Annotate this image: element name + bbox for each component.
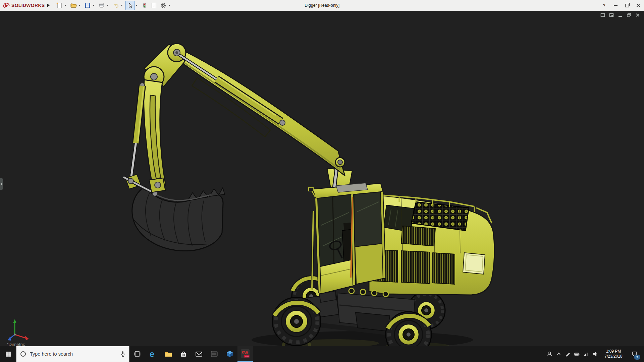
- brand-text: SOLIDWORKS: [11, 3, 45, 8]
- document-close-button[interactable]: [635, 12, 641, 18]
- solidworks-window: SOLIDWORKS: [0, 0, 644, 362]
- new-document-dropdown-chevron-icon[interactable]: [64, 5, 66, 6]
- people-icon: [547, 351, 553, 357]
- document-minimize-button[interactable]: [617, 12, 623, 18]
- options-dropdown-chevron-icon[interactable]: [168, 5, 170, 6]
- cube-app-button[interactable]: [222, 346, 237, 362]
- notification-badge: 3: [634, 355, 640, 360]
- select-dropdown-chevron-icon[interactable]: [136, 5, 138, 6]
- titlebar: SOLIDWORKS: [0, 0, 644, 11]
- dark-app-button[interactable]: [207, 346, 222, 362]
- save-button[interactable]: [83, 1, 92, 10]
- select-button[interactable]: [125, 1, 135, 10]
- cortana-icon: [20, 351, 26, 357]
- solidworks-logo: SOLIDWORKS: [3, 2, 45, 9]
- bucket[interactable]: [132, 187, 225, 251]
- svg-text:e: e: [150, 350, 154, 358]
- start-button[interactable]: [0, 346, 16, 362]
- document-window-controls: [600, 12, 641, 18]
- file-explorer-icon: [164, 350, 172, 358]
- document-window-button[interactable]: [600, 12, 606, 18]
- edge-icon: e: [148, 350, 157, 358]
- taskbar: e: [0, 346, 644, 362]
- open-icon: [70, 2, 77, 9]
- boom-assembly[interactable]: [144, 44, 352, 198]
- close-button[interactable]: [633, 0, 644, 11]
- document-new-window-button[interactable]: [608, 12, 614, 18]
- document-restore-icon: [626, 12, 632, 18]
- restore-button[interactable]: [621, 0, 633, 11]
- options-button[interactable]: [159, 1, 168, 10]
- clock-date: 7/23/2018: [601, 354, 626, 359]
- open-button[interactable]: [69, 1, 78, 10]
- new-document-icon: [56, 2, 63, 9]
- people-button[interactable]: [545, 346, 554, 362]
- tray-overflow-button[interactable]: [554, 346, 563, 362]
- clock-time: 1:09 PM: [601, 349, 626, 354]
- cube-app-icon: [226, 350, 234, 358]
- file-explorer-button[interactable]: [160, 346, 176, 362]
- mail-button[interactable]: [191, 346, 207, 362]
- feature-tree-flyout-tab[interactable]: [0, 178, 3, 190]
- select-arrow-icon: [127, 2, 133, 9]
- orientation-triad: [5, 317, 32, 344]
- options-gear-icon: [160, 2, 167, 9]
- taskbar-clock[interactable]: 1:09 PM 7/23/2018: [599, 349, 628, 359]
- microphone-icon[interactable]: [120, 351, 126, 357]
- save-dropdown-chevron-icon[interactable]: [93, 5, 95, 6]
- document-restore-button[interactable]: [626, 12, 632, 18]
- new-document-button[interactable]: [55, 1, 64, 10]
- network-status-button[interactable]: [581, 346, 590, 362]
- mail-icon: [195, 350, 203, 358]
- task-view-icon: [133, 350, 141, 358]
- digger-model[interactable]: [0, 11, 644, 346]
- store-button[interactable]: [176, 346, 191, 362]
- print-dropdown-chevron-icon[interactable]: [107, 5, 109, 6]
- task-view-button[interactable]: [129, 346, 145, 362]
- save-icon: [84, 2, 91, 9]
- flyout-arrow-icon: [1, 183, 2, 185]
- solidworks-logo-icon: [3, 2, 10, 9]
- volume-button[interactable]: [590, 346, 599, 362]
- view-orientation-label: *Dimetric: [7, 342, 25, 346]
- windows-logo-icon: [5, 351, 11, 357]
- quick-access-toolbar: [55, 1, 173, 10]
- document-minimize-icon: [618, 12, 623, 18]
- menu-expand-arrow-icon[interactable]: [47, 4, 50, 7]
- solidworks-2017-button[interactable]: SW 2017: [237, 346, 253, 362]
- print-icon: [98, 2, 105, 9]
- battery-icon: [574, 351, 580, 357]
- document-close-icon: [635, 12, 640, 18]
- file-properties-icon: [151, 2, 157, 9]
- minimize-button[interactable]: [610, 0, 621, 11]
- graphics-area[interactable]: *Dimetric: [0, 11, 644, 346]
- undo-icon: [112, 2, 119, 9]
- close-icon: [636, 3, 640, 7]
- rebuild-button[interactable]: [140, 1, 149, 10]
- triad-y-axis: [13, 319, 16, 323]
- window-icon: [600, 12, 605, 18]
- new-window-icon: [609, 12, 614, 18]
- volume-icon: [592, 351, 598, 357]
- open-dropdown-chevron-icon[interactable]: [78, 5, 80, 6]
- pen-icon: [565, 351, 571, 357]
- pen-status-button[interactable]: [563, 346, 572, 362]
- taskbar-search[interactable]: [16, 346, 129, 362]
- dark-app-icon: [210, 350, 218, 358]
- search-input[interactable]: [29, 351, 117, 357]
- restore-icon: [625, 4, 629, 7]
- print-button[interactable]: [97, 1, 106, 10]
- undo-button[interactable]: [111, 1, 120, 10]
- chevron-up-icon: [556, 351, 561, 357]
- edge-button[interactable]: e: [145, 346, 160, 362]
- solidworks-2017-icon: SW 2017: [240, 349, 250, 358]
- sw-icon-year: 2017: [245, 355, 250, 357]
- window-title: Digger [Read-only]: [305, 0, 339, 11]
- help-button[interactable]: ?: [598, 0, 610, 11]
- undo-dropdown-chevron-icon[interactable]: [121, 5, 123, 6]
- battery-status-button[interactable]: [572, 346, 581, 362]
- network-icon: [583, 351, 589, 357]
- action-center-button[interactable]: 3: [628, 346, 642, 362]
- system-tray: 1:09 PM 7/23/2018 3: [545, 346, 644, 362]
- file-properties-button[interactable]: [150, 1, 158, 10]
